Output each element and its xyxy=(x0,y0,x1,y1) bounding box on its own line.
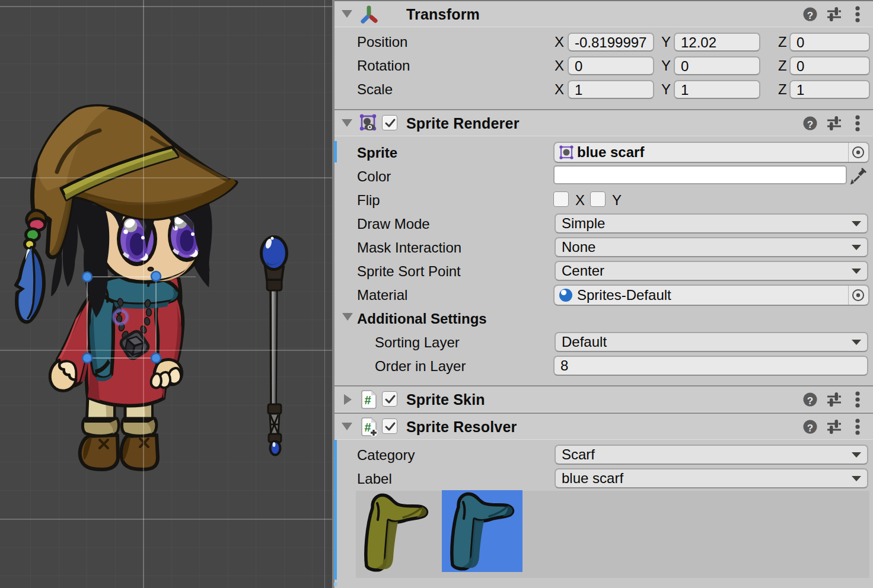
svg-text:?: ? xyxy=(807,10,813,21)
svg-text:?: ? xyxy=(807,119,813,130)
svg-text:#: # xyxy=(364,394,371,407)
svg-text:?: ? xyxy=(807,395,813,407)
svg-text:?: ? xyxy=(807,423,813,434)
